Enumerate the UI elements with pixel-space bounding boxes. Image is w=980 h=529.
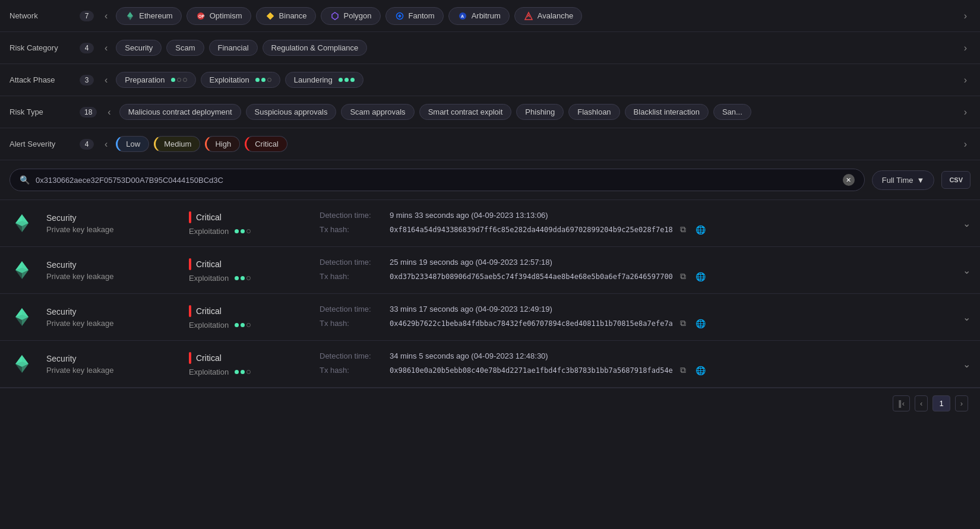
severity-chip-high[interactable]: High xyxy=(205,136,240,152)
alert-row-2[interactable]: Security Private key leakage Critical Ex… xyxy=(0,247,980,294)
risk-type-chip-malicious[interactable]: Malicious contract deployment xyxy=(119,104,241,120)
phase-row-4: Exploitation xyxy=(189,368,308,376)
network-chip-ethereum[interactable]: Ethereum xyxy=(116,7,181,25)
phase-chip-exploitation[interactable]: Exploitation xyxy=(201,72,280,88)
network-prev-btn[interactable]: ‹ xyxy=(101,9,111,23)
arbitrum-icon: A xyxy=(457,11,468,21)
network-chip-fantom-label: Fantom xyxy=(409,11,435,20)
network-chip-binance-label: Binance xyxy=(279,11,307,20)
phase-dot xyxy=(241,370,245,374)
copy-hash-btn-1[interactable]: ⧉ xyxy=(678,223,688,236)
csv-export-btn[interactable]: CSV xyxy=(941,171,970,189)
view-hash-btn-2[interactable]: 🌐 xyxy=(693,271,708,283)
risk-type-chip-flashloan[interactable]: Flashloan xyxy=(568,104,619,120)
network-count: 7 xyxy=(80,11,94,21)
risk-type-chip-scam-approvals[interactable]: Scam approvals xyxy=(341,104,414,120)
attack-phase-prev-btn[interactable]: ‹ xyxy=(101,74,111,87)
risk-category-scam-label: Scam xyxy=(175,43,195,52)
network-chip-ethereum-label: Ethereum xyxy=(139,11,172,20)
expand-btn-3[interactable]: ⌄ xyxy=(963,312,970,323)
network-chip-optimism[interactable]: OP Optimism xyxy=(186,7,251,25)
expand-btn-1[interactable]: ⌄ xyxy=(963,218,970,229)
attack-phase-next-btn[interactable]: › xyxy=(960,74,970,87)
risk-category-chip-scam[interactable]: Scam xyxy=(166,40,204,56)
severity-critical-label: Critical xyxy=(255,140,279,148)
attack-phase-filter-row: Attack Phase 3 ‹ Preparation Exploitatio… xyxy=(0,64,980,96)
network-chip-binance[interactable]: Binance xyxy=(256,7,316,25)
network-chip-polygon[interactable]: Polygon xyxy=(321,7,381,25)
expand-btn-4[interactable]: ⌄ xyxy=(963,359,970,370)
alert-severity-next-btn[interactable]: › xyxy=(960,138,970,151)
alert-row-4[interactable]: Security Private key leakage Critical Ex… xyxy=(0,341,980,388)
risk-type-next-btn[interactable]: › xyxy=(960,106,970,119)
copy-hash-btn-3[interactable]: ⧉ xyxy=(678,317,688,330)
risk-category-next-btn[interactable]: › xyxy=(960,42,970,55)
phase-exploitation-dots xyxy=(255,78,271,82)
svg-text:OP: OP xyxy=(198,14,204,18)
risk-type-chip-smart-contract[interactable]: Smart contract exploit xyxy=(419,104,512,120)
risk-type-chip-suspicious[interactable]: Suspicious approvals xyxy=(246,104,337,120)
risk-type-phishing-label: Phishing xyxy=(525,107,555,116)
risk-category-chip-regulation[interactable]: Regulation & Compliance xyxy=(263,40,368,56)
pagination-page-1[interactable]: 1 xyxy=(932,395,950,411)
pagination-first-btn[interactable]: ‖‹ xyxy=(893,395,910,411)
alert-icon-2 xyxy=(10,258,34,283)
expand-btn-2[interactable]: ⌄ xyxy=(963,265,970,276)
risk-type-chip-blacklist[interactable]: Blacklist interaction xyxy=(625,104,709,120)
risk-type-chip-sandwich[interactable]: San... xyxy=(713,104,751,120)
risk-category-prev-btn[interactable]: ‹ xyxy=(101,42,111,55)
phase-chip-preparation[interactable]: Preparation xyxy=(116,72,195,88)
time-filter-select[interactable]: Full Time ▼ xyxy=(872,170,935,190)
network-chip-avalanche[interactable]: Avalanche xyxy=(514,7,582,25)
detection-time-value-2: 25 mins 19 seconds ago (04-09-2023 12:57… xyxy=(390,258,552,267)
alert-row-1[interactable]: Security Private key leakage Critical Ex… xyxy=(0,200,980,247)
alert-icon-4 xyxy=(10,351,34,376)
alert-details-col-2: Detection time: 25 mins 19 seconds ago (… xyxy=(320,258,951,283)
risk-category-security-label: Security xyxy=(125,43,153,52)
risk-type-scam-approvals-label: Scam approvals xyxy=(350,107,405,116)
network-next-btn[interactable]: › xyxy=(960,9,970,23)
severity-badge-4: Critical xyxy=(189,352,308,364)
alert-row-3[interactable]: Security Private key leakage Critical Ex… xyxy=(0,294,980,341)
risk-type-prev-btn[interactable]: ‹ xyxy=(104,106,114,119)
severity-chip-critical[interactable]: Critical xyxy=(245,136,287,152)
risk-category-chip-financial[interactable]: Financial xyxy=(209,40,258,56)
severity-chip-medium[interactable]: Medium xyxy=(154,136,200,152)
alert-subcategory-2: Private key leakage xyxy=(46,272,177,281)
alert-severity-prev-btn[interactable]: ‹ xyxy=(101,138,111,151)
view-hash-btn-3[interactable]: 🌐 xyxy=(693,318,708,330)
phase-chip-laundering[interactable]: Laundering xyxy=(285,72,363,88)
avalanche-icon xyxy=(523,11,534,21)
severity-bar-4 xyxy=(189,352,191,364)
network-chip-arbitrum[interactable]: A Arbitrum xyxy=(448,7,510,25)
phase-dots-4 xyxy=(235,370,251,374)
view-hash-btn-4[interactable]: 🌐 xyxy=(693,365,708,376)
severity-text-4: Critical xyxy=(196,353,222,363)
severity-chip-low[interactable]: Low xyxy=(116,136,149,152)
copy-hash-btn-4[interactable]: ⧉ xyxy=(678,364,688,376)
risk-type-chip-phishing[interactable]: Phishing xyxy=(516,104,564,120)
risk-category-financial-label: Financial xyxy=(218,43,249,52)
network-chip-fantom[interactable]: Fantom xyxy=(385,7,444,25)
risk-type-blacklist-label: Blacklist interaction xyxy=(634,107,700,116)
search-clear-btn[interactable]: ✕ xyxy=(843,174,855,186)
network-label: Network xyxy=(10,11,75,20)
copy-hash-btn-2[interactable]: ⧉ xyxy=(678,270,688,283)
risk-category-label: Risk Category xyxy=(10,43,75,52)
pagination-prev-btn[interactable]: ‹ xyxy=(915,395,928,411)
dot-3 xyxy=(350,78,355,82)
phase-preparation-label: Preparation xyxy=(125,75,165,84)
phase-name-1: Exploitation xyxy=(189,227,229,236)
detection-time-label-4: Detection time: xyxy=(320,351,385,360)
search-input-wrap[interactable]: 🔍 ✕ xyxy=(10,169,865,191)
detection-time-line-1: Detection time: 9 mins 33 seconds ago (0… xyxy=(320,211,951,220)
risk-type-sandwich-label: San... xyxy=(722,107,742,116)
search-input[interactable] xyxy=(36,176,837,185)
dot-3 xyxy=(183,78,187,82)
phase-preparation-dots xyxy=(171,78,187,82)
pagination-next-btn[interactable]: › xyxy=(955,395,968,411)
tx-hash-line-3: Tx hash: 0x4629b7622c1beba84fdbbac78432f… xyxy=(320,317,951,330)
risk-type-suspicious-label: Suspicious approvals xyxy=(255,107,328,116)
risk-category-chip-security[interactable]: Security xyxy=(116,40,162,56)
view-hash-btn-1[interactable]: 🌐 xyxy=(693,224,708,236)
